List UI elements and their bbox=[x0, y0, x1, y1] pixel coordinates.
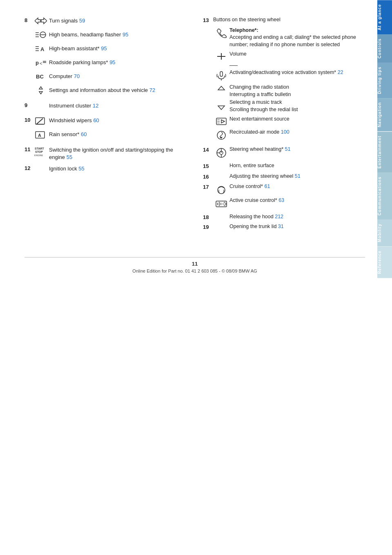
item-17-active-cruise: Active cruise control* 63 bbox=[213, 197, 365, 209]
item-19-text: Opening the trunk lid 31 bbox=[229, 223, 365, 231]
item-8-assist-num bbox=[24, 44, 33, 45]
start-stop-icon: START STOP ENGINE bbox=[33, 145, 49, 159]
item-10-rain-num bbox=[24, 130, 33, 131]
voice-activation-icon bbox=[213, 69, 229, 81]
steering-wheel-heating-icon bbox=[213, 146, 229, 159]
item-16-text: Adjusting the steering wheel 51 bbox=[229, 173, 365, 180]
item-13-radio-up: Changing the radio station Interrupting … bbox=[213, 84, 365, 98]
item-8-group: 8 Turn signals 59 bbox=[24, 16, 187, 97]
svg-marker-31 bbox=[218, 106, 225, 110]
item-13-recirculate: Recirculated-air mode 100 bbox=[213, 129, 365, 141]
highbeam-flasher-icon bbox=[33, 30, 49, 39]
item-17-cruise-text: Cruise control* 61 bbox=[229, 183, 365, 190]
page-footer: 11 Online Edition for Part no. 01 41 2 6… bbox=[24, 257, 365, 273]
svg-text:START: START bbox=[35, 147, 45, 150]
page-ref-12[interactable]: 12 bbox=[93, 103, 98, 109]
item-8-parking-lamps-text: Roadside parking lamps* 95 bbox=[49, 58, 187, 66]
page-ref-70[interactable]: 70 bbox=[74, 73, 80, 79]
item-10-number: 10 bbox=[24, 116, 33, 123]
page-ref-51a[interactable]: 51 bbox=[285, 146, 291, 152]
recirculate-icon bbox=[213, 129, 229, 141]
page-ref-95c[interactable]: 95 bbox=[109, 59, 115, 65]
page-ref-95a[interactable]: 95 bbox=[122, 31, 128, 38]
sidebar-tab-communications[interactable]: Communications bbox=[377, 172, 392, 219]
page-ref-60a[interactable]: 60 bbox=[93, 117, 99, 123]
item-13-radio-up-text: Changing the radio station Interrupting … bbox=[229, 84, 365, 98]
svg-marker-36 bbox=[221, 120, 225, 123]
left-column: 8 Turn signals 59 bbox=[24, 16, 187, 233]
sidebar-tab-mobility[interactable]: Mobility bbox=[377, 219, 392, 246]
sidebar-tab-driving-tips[interactable]: Driving tips bbox=[377, 63, 392, 98]
item-17-number: 17 bbox=[203, 183, 213, 190]
page-ref-60b[interactable]: 60 bbox=[81, 131, 87, 137]
svg-rect-28 bbox=[220, 72, 223, 76]
sidebar-tab-entertainment[interactable]: Entertainment bbox=[377, 132, 392, 172]
item-12-text: Ignition lock 55 bbox=[49, 164, 187, 172]
volume-icon bbox=[213, 51, 229, 63]
item-11-number: 11 bbox=[24, 145, 33, 152]
item-15-row: 15 Horn, entire surface bbox=[203, 162, 365, 170]
cruise-control-icon bbox=[213, 183, 229, 195]
item-8-parking-lamps-row: p < Roadside parking lamps* 95 bbox=[24, 58, 187, 69]
page-ref-72[interactable]: 72 bbox=[149, 87, 155, 93]
item-9-number: 9 bbox=[24, 101, 33, 108]
item-8-computer-num bbox=[24, 72, 33, 73]
parking-lamps-icon: p < bbox=[33, 58, 49, 67]
item-16-number: 16 bbox=[203, 173, 213, 180]
rain-sensor-icon: A bbox=[33, 130, 49, 140]
item-13-radio-down: Selecting a music track Scrolling throug… bbox=[213, 99, 365, 113]
sidebar-tab-controls[interactable]: Controls bbox=[377, 34, 392, 63]
svg-marker-0 bbox=[35, 18, 40, 24]
highbeam-assistant-icon: A bbox=[33, 44, 49, 53]
item-8-parking-num bbox=[24, 58, 33, 59]
svg-text:ENGINE: ENGINE bbox=[34, 154, 43, 157]
item-13-header: 13 Buttons on the steering wheel bbox=[203, 16, 365, 24]
svg-line-19 bbox=[36, 119, 43, 124]
footer-text: Online Edition for Part no. 01 41 2 603 … bbox=[24, 269, 365, 273]
next-source-icon bbox=[213, 116, 229, 126]
page-ref-31[interactable]: 31 bbox=[278, 224, 284, 229]
svg-marker-30 bbox=[218, 86, 225, 90]
page-ref-61[interactable]: 61 bbox=[264, 184, 270, 189]
item-10-rain-sensor-text: Rain sensor* 60 bbox=[49, 130, 187, 138]
item-8-turn-signals-text: Turn signals 59 bbox=[49, 16, 187, 25]
item-13-volume-text: Volume bbox=[229, 51, 365, 58]
item-13-voice: Activating/deactivating voice activation… bbox=[213, 69, 365, 81]
item-13-telephone-text: Telephone*: Accepting and ending a call;… bbox=[229, 27, 365, 49]
page-ref-63[interactable]: 63 bbox=[278, 197, 284, 203]
svg-text:A: A bbox=[38, 133, 41, 138]
page-ref-59[interactable]: 59 bbox=[79, 18, 85, 24]
page-ref-55b[interactable]: 55 bbox=[78, 166, 84, 172]
volume-minus-divider bbox=[229, 65, 365, 66]
page-ref-55a[interactable]: 55 bbox=[67, 154, 72, 160]
item-15-text: Horn, entire surface bbox=[229, 162, 365, 170]
item-13-recirculate-text: Recirculated-air mode 100 bbox=[229, 129, 365, 136]
item-13-volume: Volume bbox=[213, 51, 365, 63]
item-18-number: 18 bbox=[203, 213, 213, 220]
item-17-active-cruise-text: Active cruise control* 63 bbox=[229, 197, 365, 204]
turn-signals-icon bbox=[33, 16, 49, 25]
page-ref-51b[interactable]: 51 bbox=[295, 173, 301, 179]
item-8-settings-text: Settings and information about the vehic… bbox=[49, 86, 187, 94]
item-8-highbeam-num bbox=[24, 30, 33, 31]
item-15-number: 15 bbox=[203, 162, 213, 169]
right-sidebar: At a glance Controls Driving tips Naviga… bbox=[377, 0, 392, 555]
radio-down-icon bbox=[213, 99, 229, 111]
trunk-lid-icon bbox=[213, 223, 229, 224]
item-12-number: 12 bbox=[24, 164, 33, 171]
item-8-computer-row: BC Computer 70 bbox=[24, 72, 187, 83]
item-9-row: 9 Instrument cluster 12 bbox=[24, 101, 187, 113]
page-container: 8 Turn signals 59 bbox=[0, 0, 392, 555]
page-ref-22[interactable]: 22 bbox=[338, 69, 343, 75]
item-14-number: 14 bbox=[203, 146, 213, 153]
sidebar-tab-navigation[interactable]: Navigation bbox=[377, 98, 392, 131]
svg-marker-1 bbox=[41, 18, 47, 24]
steering-adjust-icon bbox=[213, 173, 229, 174]
page-ref-100[interactable]: 100 bbox=[281, 129, 290, 135]
page-ref-95b[interactable]: 95 bbox=[101, 45, 107, 51]
page-ref-212[interactable]: 212 bbox=[275, 214, 283, 219]
svg-text:<: < bbox=[40, 61, 42, 66]
sidebar-tab-reference[interactable]: Reference bbox=[377, 246, 392, 278]
sidebar-tab-at-a-glance[interactable]: At a glance bbox=[377, 0, 392, 34]
item-18-text: Releasing the hood 212 bbox=[229, 213, 365, 221]
